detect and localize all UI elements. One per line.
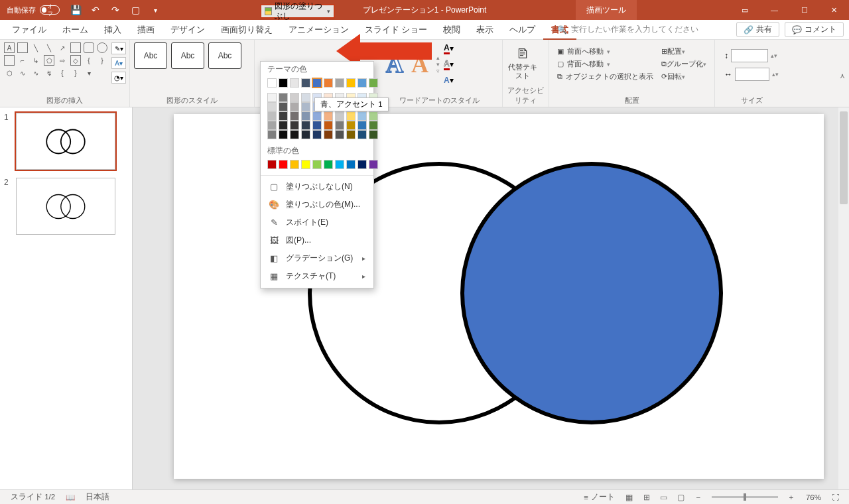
merge-shapes-button[interactable]: ◔▾ — [111, 72, 126, 84]
shape-fill-split-button[interactable]: 図形の塗りつぶし ▾ — [260, 4, 335, 19]
tab-design[interactable]: デザイン — [163, 20, 213, 40]
tab-home[interactable]: ホーム — [54, 20, 96, 40]
color-swatch[interactable] — [346, 78, 356, 88]
shape-brace-icon[interactable]: { — [57, 68, 68, 78]
color-swatch[interactable] — [312, 130, 322, 139]
color-swatch[interactable] — [301, 93, 310, 102]
shape-gallery[interactable]: A ╲ ╲ ↗ ⌐ ↳ ⬠ ⇨ ◇ { } ⬡ ∿ ∿ ↯ { — [4, 42, 107, 84]
comment-button[interactable]: 💬コメント — [785, 22, 844, 37]
thumbnail-row[interactable]: 2 — [4, 178, 128, 235]
zoom-slider[interactable] — [712, 496, 778, 498]
shape-brace-icon[interactable]: { — [84, 55, 94, 66]
color-swatch[interactable] — [279, 130, 288, 139]
color-swatch[interactable] — [267, 121, 277, 130]
color-swatch[interactable] — [346, 160, 356, 169]
maximize-icon[interactable]: ☐ — [789, 0, 819, 20]
text-box-button[interactable]: A▾ — [111, 57, 126, 69]
gallery-down-icon[interactable]: ▾ — [436, 61, 440, 68]
spellcheck-icon[interactable]: 📖 — [60, 493, 80, 502]
qat-more-icon[interactable]: ▾ — [146, 1, 164, 19]
style-preset[interactable]: Abc — [134, 42, 167, 69]
shape-icon[interactable]: ⬡ — [4, 68, 15, 78]
group-button[interactable]: ⧉グループ化▾ — [661, 59, 706, 69]
align-button[interactable]: ⊞配置▾ — [661, 46, 706, 56]
eyedropper-item[interactable]: ✎スポイト(E) — [261, 214, 373, 231]
zoom-out-icon[interactable]: − — [690, 491, 706, 503]
zoom-level[interactable]: 76% — [801, 493, 826, 501]
tab-view[interactable]: 表示 — [468, 20, 501, 40]
no-fill-item[interactable]: ▢塗りつぶしなし(N) — [261, 178, 373, 196]
shape-connector-icon[interactable]: ⌐ — [17, 55, 28, 66]
color-swatch[interactable] — [324, 78, 333, 88]
selection-pane-button[interactable]: ⧉オブジェクトの選択と表示 — [557, 72, 653, 82]
color-swatch[interactable] — [358, 130, 367, 139]
picture-fill-item[interactable]: 🖼図(P)... — [261, 231, 373, 249]
bring-forward-button[interactable]: ▣前面へ移動▾ — [557, 46, 653, 56]
language-indicator[interactable]: 日本語 — [80, 492, 115, 502]
zoom-in-icon[interactable]: + — [783, 491, 799, 503]
tab-help[interactable]: ヘルプ — [501, 20, 543, 40]
color-swatch[interactable] — [279, 78, 288, 88]
color-swatch[interactable] — [335, 111, 344, 121]
color-swatch[interactable] — [267, 93, 277, 102]
color-swatch[interactable] — [346, 130, 356, 139]
color-swatch[interactable] — [369, 121, 378, 130]
shape-icon[interactable]: ⬠ — [44, 55, 54, 66]
color-swatch[interactable] — [358, 111, 367, 121]
color-swatch[interactable] — [267, 78, 277, 88]
color-swatch[interactable] — [324, 111, 333, 121]
autosave-toggle[interactable]: 自動保存 オフ — [0, 5, 66, 15]
tab-file[interactable]: ファイル — [4, 20, 54, 40]
width-input[interactable] — [735, 68, 769, 81]
gallery-up-icon[interactable]: ▴ — [436, 54, 440, 61]
texture-fill-item[interactable]: ▦テクスチャ(T)▸ — [261, 267, 373, 285]
save-icon[interactable]: 💾 — [66, 1, 85, 19]
rotate-button[interactable]: ⟳回転▾ — [661, 72, 706, 82]
color-swatch[interactable] — [279, 102, 288, 111]
color-swatch[interactable] — [335, 160, 344, 169]
collapse-ribbon-icon[interactable]: ⋏ — [840, 72, 845, 80]
shape-connector-icon[interactable]: ↳ — [31, 55, 41, 66]
color-swatch[interactable] — [290, 78, 299, 88]
color-swatch[interactable] — [335, 130, 344, 139]
color-swatch[interactable] — [324, 130, 333, 139]
reading-view-icon[interactable]: ▭ — [656, 491, 672, 503]
slide-thumbnail-2[interactable] — [16, 178, 115, 235]
tab-insert[interactable]: 挿入 — [96, 20, 129, 40]
color-swatch[interactable] — [301, 111, 310, 121]
share-button[interactable]: 🔗共有 — [736, 22, 779, 37]
color-swatch[interactable] — [301, 102, 310, 111]
color-swatch[interactable] — [358, 160, 367, 169]
color-swatch[interactable] — [267, 102, 277, 111]
color-swatch[interactable] — [369, 78, 378, 88]
send-backward-button[interactable]: ▢背面へ移動▾ — [557, 59, 653, 69]
color-swatch[interactable] — [290, 93, 299, 102]
color-swatch[interactable] — [312, 121, 322, 130]
color-swatch[interactable] — [312, 78, 322, 88]
tab-transitions[interactable]: 画面切り替え — [213, 20, 281, 40]
color-swatch[interactable] — [358, 78, 367, 88]
color-swatch[interactable] — [279, 121, 288, 130]
color-swatch[interactable] — [290, 160, 299, 169]
contextual-tab-drawing-tools[interactable]: 描画ツール — [576, 0, 637, 20]
vertical-scrollbar[interactable] — [838, 107, 849, 489]
shape-brace-icon[interactable]: } — [97, 55, 107, 66]
color-swatch[interactable] — [346, 121, 356, 130]
shape-line-icon[interactable]: ╲ — [31, 42, 41, 53]
shape-brace-icon[interactable]: } — [70, 68, 81, 78]
color-swatch[interactable] — [324, 160, 333, 169]
color-swatch[interactable] — [290, 130, 299, 139]
color-swatch[interactable] — [301, 121, 310, 130]
shape-arrow-icon[interactable]: ⇨ — [57, 55, 68, 66]
color-swatch[interactable] — [312, 160, 322, 169]
color-swatch[interactable] — [335, 121, 344, 130]
color-swatch[interactable] — [335, 78, 344, 88]
slide-thumbnail-1[interactable] — [16, 113, 115, 170]
start-slideshow-icon[interactable]: ▢ — [126, 1, 145, 19]
ribbon-options-icon[interactable]: ▭ — [730, 0, 759, 20]
text-effects-button[interactable]: A▾ — [444, 74, 461, 86]
tab-draw[interactable]: 描画 — [129, 20, 163, 40]
tell-me-search[interactable]: 🔍 実行したい作業を入力してください — [557, 24, 698, 35]
shape-connector-icon[interactable]: ↯ — [44, 68, 54, 78]
color-swatch[interactable] — [290, 111, 299, 121]
